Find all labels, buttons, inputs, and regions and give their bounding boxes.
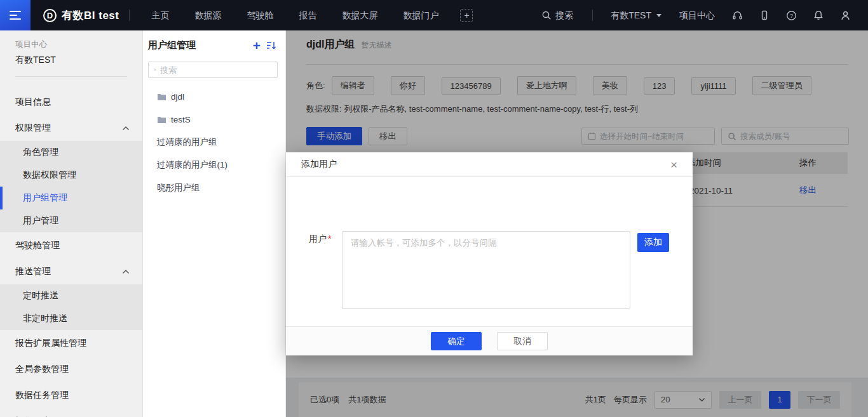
user-field-label: 用户* xyxy=(309,234,331,245)
sidebar-item-user-group-mgmt[interactable]: 用户组管理 xyxy=(0,187,142,209)
sidebar-menu: 项目信息 权限管理 角色管理 数据权限管理 用户组管理 用户管理 驾驶舱管理 推… xyxy=(0,89,142,417)
required-mark: * xyxy=(328,234,331,244)
sidebar-item-global-param-mgmt[interactable]: 全局参数管理 xyxy=(0,356,142,382)
svg-text:?: ? xyxy=(790,12,793,18)
user-accounts-textarea[interactable] xyxy=(342,231,630,309)
add-module-icon[interactable]: + xyxy=(460,9,473,22)
help-icon[interactable]: ? xyxy=(778,0,805,30)
sidebar-item-data-task-mgmt[interactable]: 数据任务管理 xyxy=(0,382,142,408)
sidebar-item-project-info[interactable]: 项目信息 xyxy=(0,89,142,115)
sidebar-item-user-mgmt[interactable]: 用户管理 xyxy=(0,209,142,232)
nav-item-home[interactable]: 主页 xyxy=(139,0,182,30)
nav-divider xyxy=(592,10,593,21)
confirm-button[interactable]: 确定 xyxy=(431,332,482,350)
chevron-down-icon xyxy=(656,14,661,17)
nav-item-report[interactable]: 报告 xyxy=(286,0,329,30)
page-body: 项目中心 有数TEST 项目信息 权限管理 角色管理 数据权限管理 用户组管理 … xyxy=(0,30,868,417)
nav-menu: 主页 数据源 驾驶舱 报告 数据大屏 数据门户 + xyxy=(139,0,473,30)
cancel-button[interactable]: 取消 xyxy=(497,332,548,350)
group-folder-tests[interactable]: testS xyxy=(143,108,285,131)
sidebar-item-unscheduled-push[interactable]: 非定时推送 xyxy=(0,307,142,330)
sidebar-divider xyxy=(15,76,127,77)
chevron-up-icon xyxy=(122,269,130,274)
sidebar-item-scheduled-push[interactable]: 定时推送 xyxy=(0,284,142,307)
close-icon[interactable]: × xyxy=(670,159,677,171)
nav-item-bigscreen[interactable]: 数据大屏 xyxy=(329,0,390,30)
folder-icon xyxy=(157,93,166,101)
sidebar-project-name: 有数TEST xyxy=(15,55,127,66)
group-folder-djdl[interactable]: djdl xyxy=(143,85,285,108)
group-panel-header: 用户组管理 + xyxy=(143,30,285,51)
search-icon xyxy=(541,10,552,20)
user-avatar-icon[interactable] xyxy=(832,0,859,30)
add-user-modal: 添加用户 × 用户* 添加 确定 取消 xyxy=(286,152,693,355)
search-icon xyxy=(154,65,156,74)
sort-icon[interactable] xyxy=(265,41,278,50)
add-account-button[interactable]: 添加 xyxy=(637,233,669,252)
nav-item-datasource[interactable]: 数据源 xyxy=(182,0,234,30)
sidebar-caption: 项目中心 xyxy=(15,39,127,50)
group-item[interactable]: 过靖康的用户组(1) xyxy=(143,154,285,176)
sidebar-item-report-ext-attr-mgmt[interactable]: 报告扩展属性管理 xyxy=(0,330,142,356)
nav-item-portal[interactable]: 数据门户 xyxy=(390,0,451,30)
top-navbar: D 有数BI test 主页 数据源 驾驶舱 报告 数据大屏 数据门户 + 搜索… xyxy=(0,0,868,30)
nav-item-cockpit[interactable]: 驾驶舱 xyxy=(234,0,286,30)
modal-header: 添加用户 × xyxy=(286,152,693,177)
sidebar-header: 项目中心 有数TEST xyxy=(0,30,142,66)
sidebar-item-push-mgmt[interactable]: 推送管理 xyxy=(0,258,142,284)
sidebar-item-permission-mgmt[interactable]: 权限管理 xyxy=(0,115,142,141)
app-logo: D 有数BI test xyxy=(43,8,119,23)
project-center-link[interactable]: 项目中心 xyxy=(670,0,724,30)
logo-text: 有数BI test xyxy=(62,8,119,23)
sidebar-item-role-mgmt[interactable]: 角色管理 xyxy=(0,141,142,164)
group-search-box xyxy=(148,62,278,78)
sidebar-item-cockpit-mgmt[interactable]: 驾驶舱管理 xyxy=(0,232,142,258)
bell-icon[interactable] xyxy=(805,0,832,30)
group-item[interactable]: 晓彤用户组 xyxy=(143,176,285,199)
group-panel-title: 用户组管理 xyxy=(148,39,248,51)
group-search-input[interactable] xyxy=(160,65,272,75)
folder-icon xyxy=(157,116,166,124)
group-list: djdl testS 过靖康的用户组 过靖康的用户组(1) 晓彤用户组 xyxy=(143,85,285,199)
sidebar-item-data-permission-mgmt[interactable]: 数据权限管理 xyxy=(0,164,142,187)
nav-right: 搜索 有数TEST 项目中心 ? xyxy=(532,0,868,30)
modal-title: 添加用户 xyxy=(301,159,337,170)
user-group-panel: 用户组管理 + djdl testS 过靖康的用户组 过靖康的用户组(1) 晓彤… xyxy=(143,30,286,417)
modal-footer: 确定 取消 xyxy=(286,326,693,355)
modal-body: 用户* 添加 xyxy=(286,177,693,326)
sidebar-item-operation-log-mgmt[interactable]: 操作日志管理 xyxy=(0,408,142,417)
project-sidebar: 项目中心 有数TEST 项目信息 权限管理 角色管理 数据权限管理 用户组管理 … xyxy=(0,30,143,417)
support-headset-icon[interactable] xyxy=(724,0,751,30)
global-search[interactable]: 搜索 xyxy=(532,0,582,30)
chevron-up-icon xyxy=(122,126,130,131)
logo-icon: D xyxy=(43,9,57,22)
group-item[interactable]: 过靖康的用户组 xyxy=(143,131,285,154)
mobile-app-icon[interactable] xyxy=(751,0,778,30)
add-group-icon[interactable]: + xyxy=(248,40,265,51)
nav-divider xyxy=(129,10,130,21)
menu-icon[interactable] xyxy=(0,0,31,30)
org-switcher[interactable]: 有数TEST xyxy=(602,0,670,30)
